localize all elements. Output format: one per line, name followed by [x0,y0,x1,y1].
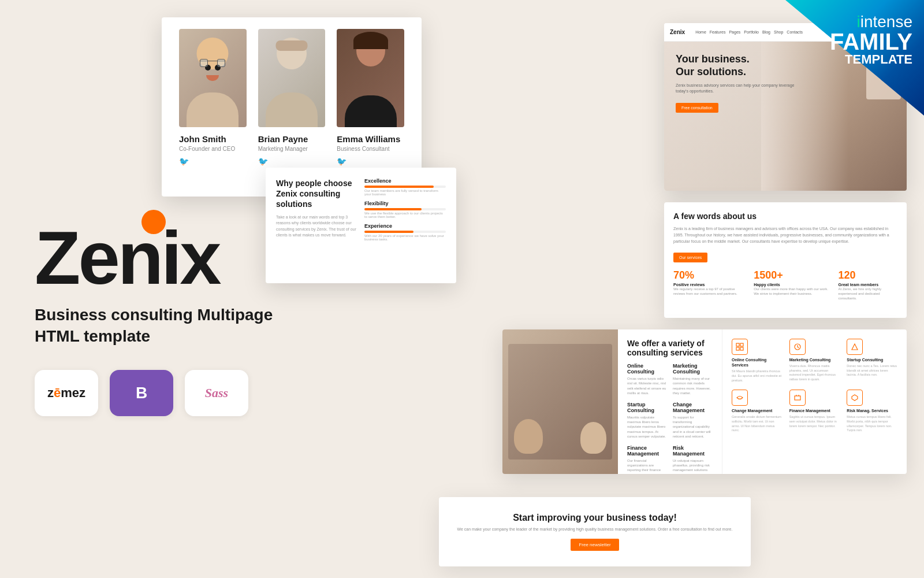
cta-text: We can make your company the leader of t… [457,527,733,533]
hero-cta-button[interactable]: Free consultation [676,103,718,113]
sass-logo: Sass [185,370,248,416]
service-card-2: Startup Consulting Donec nec nunc a Tes.… [847,339,897,383]
about-button[interactable]: Our services [673,253,707,262]
john-photo [179,29,247,127]
service-card-3: Change Management Generalis oroale dictu… [732,390,783,433]
team-member-brian: Brian Payne Marketing Manager 🐦 [252,29,331,185]
svg-rect-0 [736,343,739,346]
hero-text: Your business. Our solutions. Zenix busi… [676,53,796,113]
service-finance: Finance Management Our financial organiz… [627,445,667,474]
svg-rect-8 [795,396,800,400]
hero-headline: Your business. Our solutions. [676,53,796,78]
service-online: Online Consulting Orcas varius turpis od… [627,363,667,396]
stat-team: 120 Great team members At Zenix, we hire… [839,269,897,301]
why-choose-screenshot: Why people choose Zenix consulting solut… [266,168,456,283]
service-card-icon-2 [847,339,863,355]
brand-tagline: Business consulting Multipage HTML templ… [35,305,273,347]
nav-logo: Zenix [670,29,685,35]
skill-excellence: Excellence Our team members are fully ve… [364,178,446,196]
emma-twitter[interactable]: 🐦 [337,157,404,166]
services-right-grid: Online Consulting Services Sit Maurs bla… [732,339,897,433]
brian-name: Brian Payne [258,134,326,144]
about-title: A few words about us [673,212,897,221]
about-body: Zenix is a leading firm of business mana… [673,225,897,245]
svg-rect-1 [740,343,743,346]
zenix-logo-area: Zenix Business consulting Multipage HTML… [35,220,273,416]
emma-photo [337,29,404,127]
about-screenshot: A few words about us Zenix is a leading … [664,202,907,318]
service-card-5: Risk Manag. Services Metus cursus tempus… [847,390,897,433]
skill-flexibility: Flexibility We use the flexible approach… [364,201,446,218]
service-card-4: Finance Management Sagittis ut cursus te… [789,390,840,433]
stat-clients: 1500+ Happy clients Our clients were mor… [754,269,829,301]
services-main: We offer a variety of consulting service… [618,329,722,474]
svg-marker-7 [852,344,858,350]
tech-logos: zēmez B Sass [35,370,273,416]
brian-twitter[interactable]: 🐦 [258,157,326,166]
brian-photo [258,29,326,127]
bootstrap-logo: B [110,370,173,416]
why-body: Take a look at our main words and top 3 … [276,214,357,239]
why-title: Why people choose Zenix consulting solut… [276,178,357,210]
john-name: John Smith [179,134,247,144]
intense-badge-text: iintense FAMILY TEMPLATE [791,14,912,66]
hero-subtext: Zenix business advisory services can hel… [676,83,796,94]
stat-reviews: 70% Positive reviews We regularly receiv… [673,269,744,301]
intense-family-badge: iintense FAMILY TEMPLATE [780,0,924,77]
services-cards: Online Consulting Services Sit Maurs bla… [722,329,907,474]
svg-rect-2 [736,347,739,350]
zemes-logo: zēmez [35,370,98,416]
services-grid: Online Consulting Orcas varius turpis od… [627,363,713,474]
skill-experience: Experience With our 20 years of experien… [364,223,446,241]
service-startup: Startup Consulting Mauritis vulputate ma… [627,402,667,439]
service-card-icon-3 [732,390,748,406]
service-change: Change Management To support for transfo… [673,402,713,439]
service-card-0: Online Consulting Services Sit Maurs bla… [732,339,783,383]
family-label: FAMILY [791,30,912,53]
service-marketing: Marketing Consulting Maintaining many of… [673,363,713,396]
emma-role: Business Consultant [337,146,404,152]
service-card-icon-0 [732,339,748,355]
template-label: TEMPLATE [791,53,912,66]
brian-role: Marketing Manager [258,146,326,152]
cta-screenshot: Start improving your business today! We … [439,497,751,566]
intense-label: iintense [791,14,912,30]
cta-title: Start improving your business today! [513,513,677,523]
team-member-emma: Emma Williams Business Consultant 🐦 [331,29,410,185]
service-card-icon-5 [847,390,863,406]
brand-name: Zenix [35,220,219,295]
service-risk: Risk Management Ut volutpat niapsum phas… [673,445,713,474]
emma-name: Emma Williams [337,134,404,144]
stats-row: 70% Positive reviews We regularly receiv… [673,269,897,301]
svg-rect-3 [740,347,743,350]
services-photo [502,329,618,474]
john-twitter[interactable]: 🐦 [179,157,247,166]
svg-line-6 [798,347,799,348]
service-card-1: Marketing Consulting Viverra duis. Rhonc… [789,339,840,383]
team-member-john: John Smith Co-Founder and CEO 🐦 [173,29,252,185]
services-title: We offer a variety of consulting service… [627,339,713,357]
services-screenshot: We offer a variety of consulting service… [502,329,907,474]
service-card-icon-4 [789,390,806,406]
cta-button[interactable]: Free newsletter [571,539,619,551]
service-card-icon-1 [789,339,806,355]
john-role: Co-Founder and CEO [179,146,247,152]
